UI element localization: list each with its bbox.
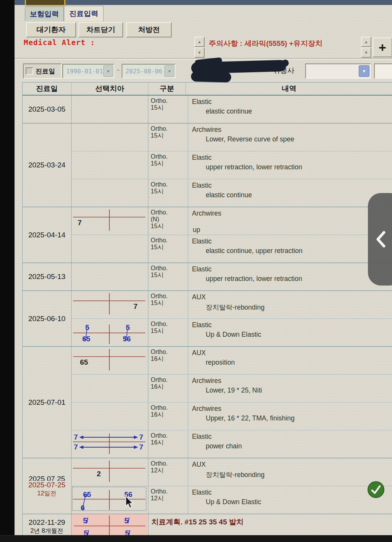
col-header-category: 구분: [148, 83, 186, 95]
svg-text:2: 2: [97, 470, 101, 478]
treatment-row[interactable]: Ortho.15시ArchwiresLower, Reverse curve o…: [72, 123, 392, 151]
treatment-row[interactable]: 65Ortho.16시AUXreposition: [72, 347, 392, 374]
detail-category: Elastic: [192, 488, 392, 497]
detail-cell: Elasticupper retraction, lower retractio…: [188, 151, 392, 179]
spinner-up-icon[interactable]: ▲: [194, 37, 205, 47]
tooth-diagram: 7777: [72, 430, 148, 458]
detail-cell: ArchwiresUpper, 16 * 22, TMA, finishing: [188, 402, 392, 430]
hygienist-dropdown[interactable]: ▼: [305, 63, 371, 79]
treatment-date-cell[interactable]: 2025-04-14: [23, 207, 72, 263]
category-cell: Ortho.15시: [148, 123, 188, 151]
detail-cell: Elasticpower chain: [188, 430, 392, 458]
treatment-row-group: 2025-03-05Ortho.15시Elasticelastic contin…: [23, 96, 392, 123]
category-cell: Ortho.15시: [148, 291, 188, 318]
tooth-chart-svg: 7: [72, 291, 147, 318]
category-cell: Ortho.(N)15시: [148, 207, 188, 235]
spinner-down-icon[interactable]: ▼: [361, 47, 371, 58]
treatment-date: 2025-05-13: [28, 273, 65, 281]
treatment-row[interactable]: 565556Ortho.15시ElasticUp & Down Elastic: [72, 318, 392, 346]
date-filter-checkbox[interactable]: [26, 67, 33, 75]
screen-photo: 보험입력 진료입력 대기환자 차트닫기 처방전 Medical Alert : …: [0, 0, 392, 542]
side-field[interactable]: [374, 63, 392, 79]
category-cell: Ortho.12시: [148, 458, 188, 486]
close-chart-button[interactable]: 차트닫기: [78, 22, 123, 37]
spinner-up-icon[interactable]: ▲: [361, 37, 371, 47]
treatment-date-cell[interactable]: 2025-05-13: [23, 263, 72, 290]
treatment-date-cell[interactable]: 2025-03-24: [23, 123, 72, 207]
treatment-row[interactable]: 7Ortho.(N)15시Archwiresup: [72, 207, 392, 235]
add-button[interactable]: +: [372, 37, 392, 57]
row-list: 65Ortho.16시AUXrepositionOrtho.16시Archwir…: [72, 347, 392, 458]
dropdown-arrow-icon[interactable]: ▼: [359, 65, 369, 77]
row-list: 2Ortho.12시AUX장치탈락-rebonding65656Ortho.12…: [72, 458, 392, 514]
detail-category: Elastic: [192, 265, 392, 273]
detail-category: AUX: [192, 349, 392, 357]
treatment-row[interactable]: Ortho.16시ArchwiresUpper, 16 * 22, TMA, f…: [72, 402, 392, 430]
detail-text: elastic continue: [206, 107, 392, 115]
date-to-value: 2025-08-06: [122, 68, 164, 75]
treatment-date: 2025-03-24: [28, 161, 65, 169]
table-body: 2025-03-05Ortho.15시Elasticelastic contin…: [23, 96, 392, 540]
detail-category: Archwires: [192, 126, 392, 134]
detail-category: Elastic: [192, 433, 392, 441]
treatment-row[interactable]: 7Ortho.15시AUX장치탈락-rebonding: [72, 291, 392, 318]
treatment-row[interactable]: Ortho.15시Elasticupper retraction, lower …: [72, 151, 392, 179]
detail-text: up: [193, 226, 392, 234]
treatment-date-relative: 12일전: [37, 490, 57, 498]
titlebar-button[interactable]: [25, 0, 65, 6]
treatment-row-group: 2025-06-107Ortho.15시AUX장치탈락-rebonding565…: [23, 291, 392, 347]
treatment-date-cell[interactable]: 2025-06-10: [23, 291, 72, 346]
detail-text: Up & Down Elastic: [206, 498, 392, 506]
col-header-details: 내역: [186, 83, 392, 95]
detail-text: upper retraction, lower retraction: [206, 163, 392, 171]
detail-category: Elastic: [192, 182, 392, 190]
detail-text: upper retraction, lower retraction: [206, 275, 392, 283]
detail-cell: ArchwiresLower, Reverse curve of spee: [188, 123, 392, 151]
svg-text:7: 7: [74, 433, 78, 441]
tooth-diagram: [72, 123, 148, 151]
category-cell: Ortho.15시: [148, 319, 188, 346]
detail-cell: Elasticelastic continue: [188, 96, 392, 123]
caution-text: 주의사항 : 세라믹(5555) +유지장치: [209, 39, 322, 49]
treatment-row[interactable]: 65656Ortho.12시ElasticUp & Down Elastic: [72, 486, 392, 514]
treatment-row[interactable]: Ortho.15시Elasticelastic continue, upper …: [72, 235, 392, 263]
detail-cell: AUXreposition: [188, 347, 392, 374]
tooth-diagram: 2: [72, 458, 148, 486]
dropdown-arrow-icon[interactable]: ▼: [164, 65, 174, 77]
tooth-chart-svg: 7777: [72, 430, 147, 457]
treatment-row-group: 2025-03-24Ortho.15시ArchwiresLower, Rever…: [23, 123, 392, 207]
prescription-button[interactable]: 처방전: [126, 22, 172, 37]
detail-text: 장치탈락-rebonding: [206, 470, 392, 479]
date-to-dropdown[interactable]: 2025-08-06 ▼: [122, 64, 176, 78]
treatment-date-cell[interactable]: 2025-03-05: [23, 96, 72, 123]
confirm-check-icon[interactable]: [367, 481, 385, 498]
row-list: 7Ortho.(N)15시ArchwiresupOrtho.15시Elastic…: [72, 207, 392, 263]
treatment-row-group: 2025 07 252025-07-2512일전2Ortho.12시AUX장치탈…: [23, 458, 392, 514]
treatment-row[interactable]: 2Ortho.12시AUX장치탈락-rebonding: [72, 458, 392, 486]
detail-category: AUX: [192, 461, 392, 469]
treatment-row[interactable]: Ortho.15시Elasticelastic continue: [72, 179, 392, 207]
treatment-row[interactable]: Ortho.15시Elasticelastic continue: [72, 96, 392, 123]
chevron-left-icon: [374, 229, 389, 249]
photo-edge-bottom: [0, 535, 392, 542]
treatment-date-cell[interactable]: 2025-07-01: [23, 347, 72, 458]
treatment-row[interactable]: Ortho.15시Elasticupper retraction, lower …: [72, 263, 392, 290]
tab-insurance-input[interactable]: 보험입력: [25, 6, 64, 21]
dropdown-arrow-icon[interactable]: ▼: [103, 65, 113, 77]
category-cell: Ortho.16시: [148, 430, 188, 458]
tooth-diagram: [72, 402, 148, 430]
category-cell: Ortho.15시: [148, 96, 188, 123]
panel-collapse-handle[interactable]: [368, 193, 392, 286]
waiting-patients-button[interactable]: 대기환자: [26, 22, 76, 37]
detail-cell: ArchwiresLower, 19 * 25, Niti: [188, 375, 392, 402]
treatment-date-ghost: 2025 07 25: [29, 475, 65, 481]
tab-treatment-input[interactable]: 진료입력: [64, 6, 104, 21]
treatment-row[interactable]: 7777Ortho.16시Elasticpower chain: [72, 430, 392, 458]
date-from-dropdown[interactable]: 1990-01-01 ▼: [62, 64, 114, 78]
treatment-date-cell[interactable]: 2025 07 252025-07-2512일전: [23, 458, 72, 514]
treatment-row[interactable]: Ortho.16시ArchwiresLower, 19 * 25, Niti: [72, 374, 392, 402]
treatment-plan-label: 치료계획.: [151, 518, 185, 526]
detail-text: 장치탈락-rebonding: [206, 303, 392, 312]
spinner-down-icon[interactable]: ▼: [194, 47, 205, 58]
tooth-diagram: [72, 96, 148, 123]
